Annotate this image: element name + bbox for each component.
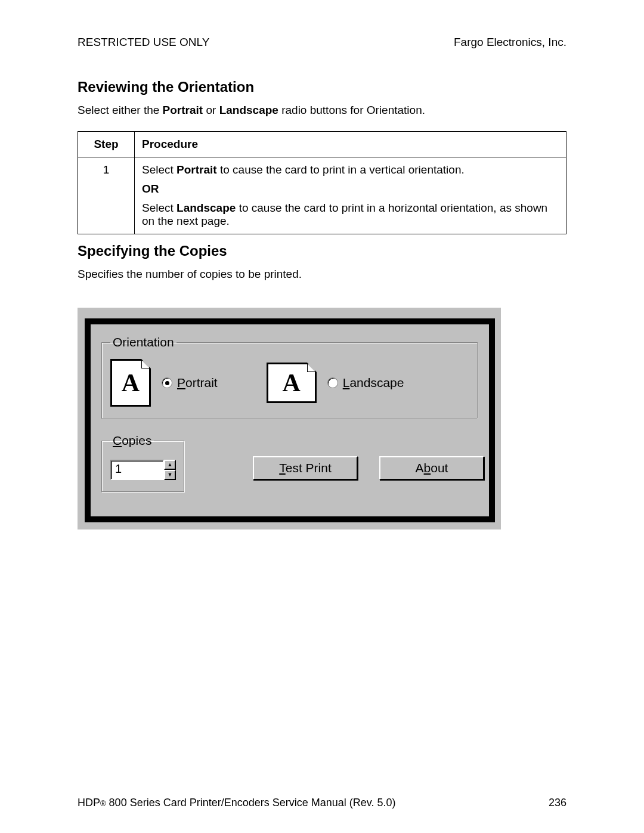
- th-step: Step: [78, 131, 135, 157]
- section2-intro: Specifies the number of copies to be pri…: [78, 267, 566, 282]
- spin-down-icon[interactable]: ▼: [164, 470, 176, 480]
- section1-intro: Select either the Portrait or Landscape …: [78, 103, 566, 118]
- portrait-page-icon: A: [110, 359, 151, 407]
- landscape-page-icon: A: [267, 363, 317, 403]
- landscape-radio[interactable]: Landscape: [327, 376, 404, 390]
- orientation-legend: Orientation: [110, 335, 177, 349]
- cell-procedure: Select Portrait to cause the card to pri…: [135, 157, 566, 234]
- section-title-orientation: Reviewing the Orientation: [78, 79, 566, 95]
- page-number: 236: [549, 797, 566, 809]
- radio-dot-icon: [327, 377, 338, 388]
- copies-legend: Copies: [110, 433, 154, 448]
- copies-group: Copies 1 ▲ ▼: [101, 433, 185, 493]
- section-title-copies: Specifying the Copies: [78, 243, 566, 259]
- orientation-group: Orientation A Portrait A: [101, 335, 478, 419]
- cell-step: 1: [78, 157, 135, 234]
- procedure-table: Step Procedure 1 Select Portrait to caus…: [78, 131, 566, 234]
- about-button[interactable]: About: [379, 456, 484, 480]
- radio-dot-icon: [162, 377, 172, 388]
- footer-left: HDP® 800 Series Card Printer/Encoders Se…: [78, 797, 396, 809]
- dialog-inner: Orientation A Portrait A: [85, 318, 495, 522]
- table-row: 1 Select Portrait to cause the card to p…: [78, 157, 566, 234]
- portrait-radio[interactable]: Portrait: [162, 376, 218, 390]
- page-header: RESTRICTED USE ONLY Fargo Electronics, I…: [78, 36, 566, 49]
- copies-spinner[interactable]: 1 ▲ ▼: [110, 460, 176, 480]
- header-left: RESTRICTED USE ONLY: [78, 36, 209, 49]
- dialog-screenshot: Orientation A Portrait A: [78, 308, 501, 529]
- or-text: OR: [142, 182, 559, 196]
- page-footer: HDP® 800 Series Card Printer/Encoders Se…: [78, 797, 566, 809]
- document-page: RESTRICTED USE ONLY Fargo Electronics, I…: [0, 0, 644, 833]
- spin-up-icon[interactable]: ▲: [164, 460, 176, 470]
- th-procedure: Procedure: [135, 131, 566, 157]
- header-right: Fargo Electronics, Inc.: [454, 36, 566, 49]
- copies-input[interactable]: 1: [110, 460, 164, 480]
- test-print-button[interactable]: Test Print: [253, 456, 358, 480]
